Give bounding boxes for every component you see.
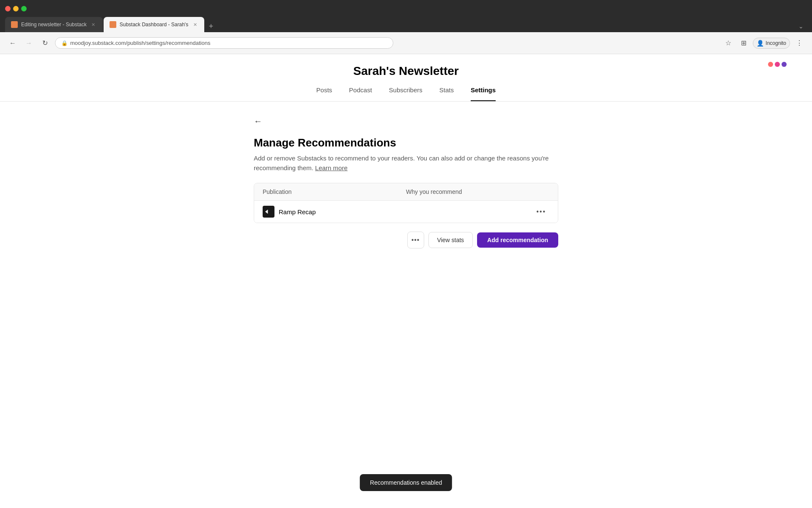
publication-name: Ramp Recap <box>279 208 316 215</box>
nav-item-subscribers[interactable]: Subscribers <box>389 86 422 101</box>
browser-chrome: Editing newsletter - Substack ✕ Substack… <box>0 0 812 32</box>
maximize-button[interactable] <box>21 6 27 11</box>
toolbar: ← → ↻ 🔒 moodjoy.substack.com/publish/set… <box>0 32 812 54</box>
tab-favicon-1 <box>11 21 18 28</box>
table-row: Ramp Recap ••• <box>254 201 558 223</box>
description-text: Add or remove Substacks to recommend to … <box>254 155 549 171</box>
profile-button[interactable]: 👤 Incognito <box>753 38 790 49</box>
forward-button[interactable]: → <box>23 37 35 49</box>
learn-more-link[interactable]: Learn more <box>315 164 348 171</box>
close-button[interactable] <box>5 6 11 11</box>
refresh-button[interactable]: ↻ <box>39 37 51 49</box>
ellipsis-label: ••• <box>411 236 420 244</box>
tab-close-2[interactable]: ✕ <box>192 21 198 28</box>
nav-item-podcast[interactable]: Podcast <box>349 86 372 101</box>
table-header: Publication Why you recommend <box>254 183 558 201</box>
publication-name-cell: Ramp Recap <box>263 206 398 218</box>
avatar-dot-2 <box>775 62 780 67</box>
title-bar <box>0 0 812 17</box>
browser-tab-2[interactable]: Substack Dashboard - Sarah's ✕ <box>104 17 204 32</box>
page-header: Sarah's Newsletter <box>0 54 812 78</box>
url-domain: moodjoy.substack.com <box>70 40 126 46</box>
browser-tab-1[interactable]: Editing newsletter - Substack ✕ <box>5 17 103 32</box>
row-menu-button[interactable]: ••• <box>533 206 549 217</box>
publication-icon-shape <box>265 210 272 214</box>
tab-title-2: Substack Dashboard - Sarah's <box>120 22 188 28</box>
bookmark-icon[interactable]: ☆ <box>722 37 734 49</box>
ellipsis-button[interactable]: ••• <box>407 232 424 248</box>
minimize-button[interactable] <box>13 6 19 11</box>
address-bar[interactable]: 🔒 moodjoy.substack.com/publish/settings/… <box>55 37 393 49</box>
recommendations-table: Publication Why you recommend Ramp Recap… <box>254 183 558 223</box>
toast-notification: Recommendations enabled <box>360 474 452 491</box>
newsletter-title: Sarah's Newsletter <box>353 64 458 78</box>
tab-close-1[interactable]: ✕ <box>90 21 97 28</box>
page-title: Manage Recommendations <box>254 136 558 149</box>
profile-icon: 👤 <box>757 40 764 47</box>
back-button[interactable]: ← <box>7 37 19 49</box>
nav-item-settings[interactable]: Settings <box>471 86 496 101</box>
publication-icon <box>263 206 274 218</box>
col-header-publication: Publication <box>263 188 406 195</box>
traffic-lights <box>5 6 27 11</box>
tab-list-icon[interactable]: ⌄ <box>795 20 807 32</box>
address-domain: moodjoy.substack.com/publish/settings/re… <box>70 40 210 46</box>
browser-menu-button[interactable]: ⋮ <box>793 37 805 49</box>
tabs-bar: Editing newsletter - Substack ✕ Substack… <box>0 17 812 32</box>
page-description: Add or remove Substacks to recommend to … <box>254 154 558 173</box>
tab-title-1: Editing newsletter - Substack <box>21 22 87 28</box>
nav-bar: Posts Podcast Subscribers Stats Settings <box>0 78 812 102</box>
nav-item-stats[interactable]: Stats <box>439 86 454 101</box>
avatar-dot-3 <box>782 62 787 67</box>
add-recommendation-button[interactable]: Add recommendation <box>477 232 558 248</box>
new-tab-button[interactable]: + <box>205 20 217 32</box>
main-content: ← Manage Recommendations Add or remove S… <box>245 114 567 248</box>
avatar-dot-1 <box>768 62 773 67</box>
row-actions: ••• <box>533 206 549 217</box>
toolbar-right: ☆ ⊞ 👤 Incognito ⋮ <box>722 37 805 49</box>
view-stats-button[interactable]: View stats <box>428 232 473 248</box>
lock-icon: 🔒 <box>61 40 68 46</box>
col-header-why: Why you recommend <box>406 188 549 195</box>
user-avatar[interactable] <box>768 62 787 67</box>
split-view-icon[interactable]: ⊞ <box>738 37 749 49</box>
page: Sarah's Newsletter Posts Podcast Subscri… <box>0 54 812 508</box>
nav-item-posts[interactable]: Posts <box>316 86 332 101</box>
back-link[interactable]: ← <box>254 114 267 128</box>
url-path: /publish/settings/recommendations <box>126 40 210 46</box>
profile-label: Incognito <box>765 40 786 46</box>
tab-favicon-2 <box>110 21 116 28</box>
action-bar: ••• View stats Add recommendation <box>254 232 558 248</box>
